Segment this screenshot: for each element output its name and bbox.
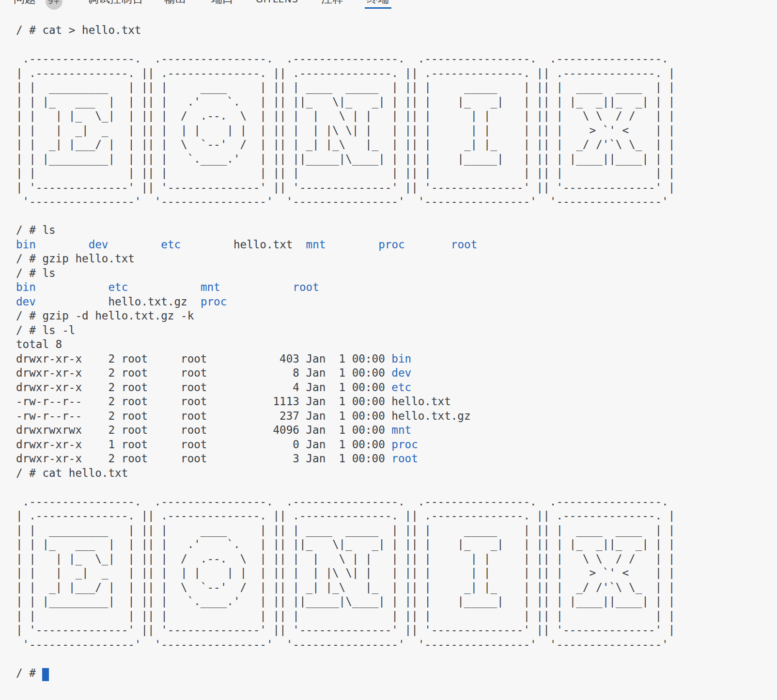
terminal-text (326, 238, 378, 251)
terminal-text: -rw-r--r-- 2 root root 1113 Jan 1 00:00 … (16, 395, 451, 408)
terminal-line: | | | |_ \_| | || | / .--. \ | || | | \ … (16, 552, 675, 565)
terminal-line: | | | _| _ | || | | | | | | || | | |\ \|… (16, 124, 675, 137)
terminal-line: / # cat hello.txt (16, 467, 128, 479)
terminal-line: drwxr-xr-x 2 root root 4 Jan 1 00:00 etc (16, 381, 411, 394)
directory-name: proc (201, 295, 227, 308)
terminal-text: | | _________ | || | ____ | || | ____ __… (16, 524, 675, 536)
terminal-text: | | | _| _ | || | | | | | | || | | |\ \|… (16, 566, 675, 579)
terminal-text: / # ls -l (16, 324, 75, 336)
terminal-line: drwxr-xr-x 2 root root 8 Jan 1 00:00 dev (16, 366, 411, 379)
terminal-text: | | |_ ___ | | || | .' `. | || ||_ \|_ _… (16, 95, 675, 108)
terminal-text: drwxr-xr-x 2 root root 3 Jan 1 00:00 (16, 452, 391, 465)
terminal-line: drwxr-xr-x 1 root root 0 Jan 1 00:00 pro… (16, 438, 418, 451)
terminal-text: .----------------. .----------------. .-… (16, 52, 675, 65)
terminal-line: .----------------. .----------------. .-… (16, 495, 675, 508)
terminal-line: / # gzip hello.txt (16, 252, 135, 265)
terminal-line: / # ls (16, 224, 56, 236)
terminal-text: drwxrwxrwx 2 root root 4096 Jan 1 00:00 (16, 424, 391, 436)
terminal-text: | .--------------. || .--------------. |… (16, 67, 675, 79)
terminal-text: drwxr-xr-x 1 root root 0 Jan 1 00:00 (16, 438, 391, 451)
terminal-line: | | | || | | || | | || | | || | | | (16, 167, 675, 179)
terminal-line: | .--------------. || .--------------. |… (16, 67, 675, 79)
tab-comments[interactable]: 注释 (321, 0, 343, 6)
terminal-line: '----------------' '----------------' '-… (16, 638, 675, 651)
tab-problems[interactable]: 问题 (14, 0, 36, 6)
directory-name: proc (391, 438, 418, 451)
terminal-line: dev hello.txt.gz proc (16, 295, 227, 308)
terminal-line: | '--------------' || '--------------' |… (16, 181, 675, 194)
directory-name: etc (391, 381, 411, 394)
terminal-text: | '--------------' || '--------------' |… (16, 181, 675, 194)
terminal-cursor (42, 668, 49, 681)
terminal-line: | | |_________| | || | `.____.' | || ||_… (16, 152, 675, 165)
terminal-line: / # ls (16, 267, 56, 279)
terminal-line: -rw-r--r-- 2 root root 237 Jan 1 00:00 h… (16, 410, 471, 422)
terminal-line: | | _| |___/ | | || | \ `--' / | || | _|… (16, 138, 675, 151)
terminal-line: | | _________ | || | ____ | || | ____ __… (16, 524, 675, 536)
terminal-output[interactable]: / # cat > hello.txt .----------------. .… (0, 12, 777, 680)
terminal-text: / # gzip hello.txt (16, 252, 135, 265)
terminal-text: -rw-r--r-- 2 root root 237 Jan 1 00:00 h… (16, 410, 471, 422)
tab-debug-console[interactable]: 调试控制台 (88, 0, 143, 6)
directory-name: proc (378, 238, 404, 251)
terminal-line: '----------------' '----------------' '-… (16, 195, 675, 208)
terminal-text: | | |_________| | || | `.____.' | || ||_… (16, 595, 675, 608)
active-tab-indicator (365, 7, 391, 9)
directory-name: root (293, 281, 319, 293)
tab-gitlens[interactable]: GITLENS (256, 0, 298, 4)
terminal-text: / # cat > hello.txt (16, 24, 141, 36)
terminal-text: | | |_ ___ | | || | .' `. | || ||_ \|_ _… (16, 538, 675, 550)
terminal-text: total 8 (16, 338, 62, 350)
terminal-line: total 8 (16, 338, 62, 350)
terminal-text: | | | |_ \_| | || | / .--. \ | || | | \ … (16, 552, 675, 565)
terminal-line: / # gzip -d hello.txt.gz -k (16, 309, 194, 322)
terminal-line: | | | |_ \_| | || | / .--. \ | || | | \ … (16, 109, 675, 122)
terminal-text (128, 281, 201, 293)
terminal-text: drwxr-xr-x 2 root root 8 Jan 1 00:00 (16, 366, 391, 379)
terminal-text: | '--------------' || '--------------' |… (16, 624, 675, 636)
terminal-text: | | _| |___/ | | || | \ `--' / | || | _|… (16, 138, 675, 151)
terminal-line: | | _| |___/ | | || | \ `--' / | || | _|… (16, 581, 675, 593)
terminal-text: | | | |_ \_| | || | / .--. \ | || | | \ … (16, 109, 675, 122)
tab-ports[interactable]: 端口 (211, 0, 233, 6)
terminal-text: | | | || | | || | | || | | || | | | (16, 167, 675, 179)
tab-terminal[interactable]: 终端 (367, 0, 389, 6)
terminal-line: | .--------------. || .--------------. |… (16, 509, 675, 522)
terminal-text: | | | _| _ | || | | | | | | || | | |\ \|… (16, 124, 675, 137)
terminal-text: / # ls (16, 267, 56, 279)
directory-name: dev (16, 295, 36, 308)
directory-name: root (451, 238, 477, 251)
terminal-line: drwxr-xr-x 2 root root 3 Jan 1 00:00 roo… (16, 452, 418, 465)
terminal-text (108, 238, 161, 251)
terminal-text (36, 295, 109, 308)
terminal-text: '----------------' '----------------' '-… (16, 195, 675, 208)
terminal-line: | | | || | | || | | || | | || | | | (16, 609, 675, 622)
terminal-line: | | |_________| | || | `.____.' | || ||_… (16, 595, 675, 608)
terminal-text: / # (16, 667, 42, 679)
directory-name: mnt (391, 424, 411, 436)
terminal-line: | | |_ ___ | | || | .' `. | || ||_ \|_ _… (16, 95, 675, 108)
panel-tab-bar: 问题 9+ 调试控制台 输出 端口 GITLENS 注释 终端 (0, 0, 777, 12)
terminal-line: -rw-r--r-- 2 root root 1113 Jan 1 00:00 … (16, 395, 451, 408)
terminal-text: | .--------------. || .--------------. |… (16, 509, 675, 522)
directory-name: etc (108, 281, 128, 293)
terminal-text: | | _| |___/ | | || | \ `--' / | || | _|… (16, 581, 675, 593)
directory-name: bin (16, 238, 36, 251)
tab-output[interactable]: 输出 (164, 0, 186, 6)
terminal-line: .----------------. .----------------. .-… (16, 52, 675, 65)
terminal-line: / # (16, 667, 49, 679)
terminal-text: '----------------' '----------------' '-… (16, 638, 675, 651)
directory-name: dev (89, 238, 109, 251)
terminal-text: drwxr-xr-x 2 root root 4 Jan 1 00:00 (16, 381, 391, 394)
directory-name: etc (161, 238, 181, 251)
terminal-line: bin dev etc hello.txt mnt proc root (16, 238, 477, 251)
problems-count-badge: 9+ (46, 0, 62, 10)
terminal-text: / # ls (16, 224, 56, 236)
terminal-text (220, 281, 293, 293)
terminal-line: | '--------------' || '--------------' |… (16, 624, 675, 636)
directory-name: dev (391, 366, 411, 379)
terminal-line: drwxr-xr-x 2 root root 403 Jan 1 00:00 b… (16, 352, 411, 365)
terminal-line: / # ls -l (16, 324, 75, 336)
terminal-text: hello.txt (233, 238, 306, 251)
terminal-text: | | |_________| | || | `.____.' | || ||_… (16, 152, 675, 165)
